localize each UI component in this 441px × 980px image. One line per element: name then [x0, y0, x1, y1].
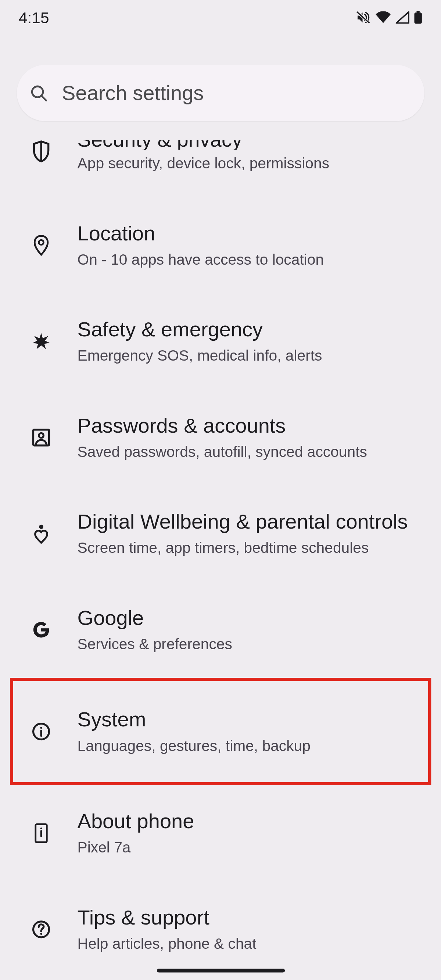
item-subtitle: Emergency SOS, medical info, alerts	[78, 346, 429, 366]
settings-item-passwords[interactable]: Passwords & accounts Saved passwords, au…	[0, 390, 441, 485]
settings-item-digital-wellbeing[interactable]: Digital Wellbeing & parental controls Sc…	[0, 486, 441, 582]
svg-point-17	[40, 933, 42, 935]
item-title: About phone	[78, 809, 429, 834]
search-icon	[29, 84, 48, 103]
navigation-handle[interactable]	[156, 969, 285, 972]
item-title: System	[78, 707, 428, 732]
shield-icon	[29, 138, 54, 164]
settings-item-about-phone[interactable]: About phone Pixel 7a	[0, 786, 441, 881]
settings-item-security[interactable]: Security & privacy App security, device …	[0, 140, 441, 197]
search-placeholder: Search settings	[62, 81, 204, 105]
settings-item-tips[interactable]: Tips & support Help articles, phone & ch…	[0, 881, 441, 977]
info-icon	[29, 719, 54, 745]
item-title: Security & privacy	[78, 140, 429, 150]
item-title: Digital Wellbeing & parental controls	[78, 509, 429, 534]
item-title: Safety & emergency	[78, 317, 429, 342]
heart-person-icon	[29, 521, 54, 546]
status-bar: 4:15	[0, 0, 441, 35]
phone-info-icon	[29, 821, 54, 846]
asterisk-icon	[29, 329, 54, 354]
svg-point-15	[40, 828, 42, 830]
item-title: Tips & support	[78, 905, 429, 930]
item-title: Passwords & accounts	[78, 414, 429, 438]
item-subtitle: Languages, gestures, time, backup	[78, 736, 428, 756]
item-subtitle: Pixel 7a	[78, 838, 429, 858]
settings-item-system[interactable]: System Languages, gestures, time, backup	[10, 678, 431, 786]
settings-item-google[interactable]: Google Services & preferences	[0, 582, 441, 678]
status-time: 4:15	[19, 8, 49, 27]
svg-rect-3	[416, 11, 419, 13]
settings-item-location[interactable]: Location On - 10 apps have access to loc…	[0, 197, 441, 293]
item-title: Location	[78, 221, 429, 246]
item-subtitle: Help articles, phone & chat	[78, 934, 429, 954]
settings-list: Security & privacy App security, device …	[0, 121, 441, 977]
google-icon	[29, 617, 54, 643]
item-subtitle: Saved passwords, autofill, synced accoun…	[78, 442, 429, 462]
item-subtitle: Screen time, app timers, bedtime schedul…	[78, 538, 429, 558]
wifi-icon	[375, 11, 391, 24]
cell-signal-icon	[396, 11, 409, 24]
status-icons	[356, 11, 423, 24]
location-pin-icon	[29, 233, 54, 258]
svg-point-12	[40, 727, 42, 729]
item-subtitle: App security, device lock, permissions	[78, 154, 429, 174]
svg-rect-2	[414, 13, 422, 24]
item-title: Google	[78, 606, 429, 630]
help-icon	[29, 917, 54, 942]
svg-line-5	[42, 96, 46, 100]
svg-point-8	[39, 433, 44, 438]
battery-icon	[414, 11, 423, 24]
settings-item-safety[interactable]: Safety & emergency Emergency SOS, medica…	[0, 294, 441, 390]
search-settings-input[interactable]: Search settings	[17, 65, 425, 121]
item-subtitle: On - 10 apps have access to location	[78, 250, 429, 270]
item-subtitle: Services & preferences	[78, 634, 429, 654]
svg-point-6	[39, 240, 44, 245]
account-box-icon	[29, 425, 54, 450]
svg-point-9	[39, 525, 43, 529]
mute-icon	[356, 11, 371, 24]
